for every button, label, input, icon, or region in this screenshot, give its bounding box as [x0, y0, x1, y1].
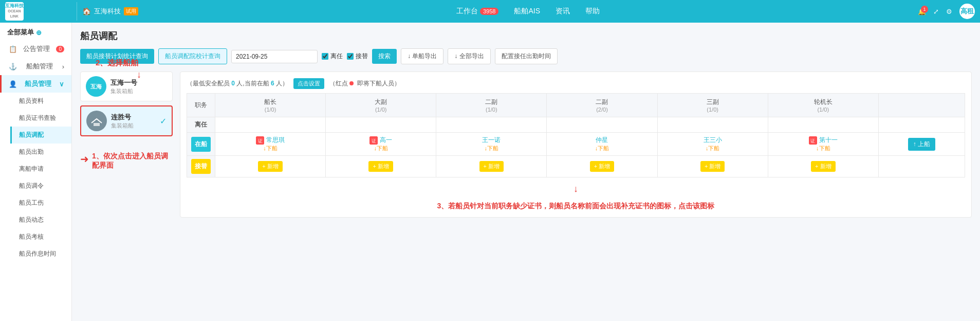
ship-info-0: 互海一号 集装箱船 [110, 78, 167, 95]
sidebar-item-crew-dynamic[interactable]: 船员动态 [10, 211, 71, 228]
cert-icon-chief-mate[interactable]: 证 [369, 136, 378, 145]
notification-bell-icon[interactable]: 🔔1 [918, 8, 926, 15]
cell-onboard-2nd-mate: 王一诺 ↓下船 [436, 133, 547, 156]
nav-ais[interactable]: 船舶AIS [514, 7, 540, 16]
cell-liren-2nd-mate [436, 117, 547, 133]
cell-replace-chief-mate: + 新增 [326, 156, 436, 177]
sidebar-item-crew-order[interactable]: 船员调令 [10, 177, 71, 194]
add-btn-chief-eng[interactable]: + 新增 [811, 161, 835, 172]
nav-workbench[interactable]: 工作台 3958 [456, 7, 498, 16]
action-down-2nd-mate[interactable]: ↓下船 [485, 145, 499, 151]
step2-arrow-down: ↓ [137, 69, 141, 80]
nav-help[interactable]: 帮助 [585, 7, 600, 16]
sidebar-label-crew-schedule: 船员作息时间 [19, 249, 56, 258]
table-row-onboard: 在船 证 常思琪 ↓下船 证 [187, 133, 965, 156]
btn-dispatch-query[interactable]: 船员调配院校计查询 [158, 48, 227, 64]
svg-rect-0 [87, 112, 106, 130]
col-header-action [878, 94, 965, 117]
schedule-info-label: （最低安全配员 [187, 80, 230, 87]
onboard-label: 在船 [191, 137, 211, 152]
ship-selected-check-icon: ✓ [160, 116, 167, 126]
cell-liren-action [878, 117, 965, 133]
sidebar-label-cert-check: 船员证书查验 [19, 114, 56, 122]
cert-icon-captain[interactable]: 证 [256, 136, 264, 145]
sidebar-label-crew-injury: 船员工伤 [19, 199, 44, 207]
nav-news[interactable]: 资讯 [556, 7, 570, 16]
step1-annotation-area: ➜ 1、依次点击进入船员调配界面 [80, 152, 173, 170]
sidebar-item-crew-assess[interactable]: 船员考核 [10, 228, 71, 245]
sidebar-label-crew-mgmt: 船员管理 [25, 79, 51, 88]
sidebar-label-vessel: 船舶管理 [26, 62, 53, 71]
cell-liren-chief-eng [768, 117, 878, 133]
ship-type-1: 集装箱船 [111, 122, 156, 130]
add-btn-2nd-mate-b[interactable]: + 新增 [590, 161, 614, 172]
sidebar-item-crew-schedule[interactable]: 船员作息时间 [10, 245, 71, 262]
board-button[interactable]: ↑ 上船 [908, 138, 935, 151]
nav-news-label: 资讯 [556, 7, 570, 16]
expand-icon[interactable]: ⤢ [933, 8, 939, 15]
checkbox-replace[interactable]: 接替 [347, 52, 368, 61]
sidebar-item-announcement[interactable]: 📋 公告管理 0 [0, 40, 71, 58]
cell-onboard-3rd-mate: 王三小 ↓下船 [657, 133, 768, 156]
col-header-chief-mate: 大副 (1/0) [326, 94, 436, 117]
crew-name-3rd-mate: 王三小 [704, 136, 722, 144]
replace-label: 接替 [191, 159, 211, 174]
col-header-3rd-mate: 三副 (1/0) [657, 94, 768, 117]
announcement-icon: 📋 [9, 45, 17, 53]
sidebar-sub-menu: 船员资料 船员证书查验 船员调配 船员出勤 离船申请 船员调令 船员工伤 船员动… [0, 93, 71, 262]
action-down-chief-mate[interactable]: ↓下船 [374, 145, 388, 151]
ship-item-1[interactable]: 连胜号 集装箱船 ✓ [80, 105, 173, 136]
content-body: 2、选择船舶 ↓ 互海 互海一号 集装箱船 [80, 72, 972, 218]
cell-onboard-chief-eng: 证 第十一 ↓下船 [768, 133, 878, 156]
sidebar-item-vessel[interactable]: ⚓ 船舶管理 › [0, 58, 71, 75]
settings-icon[interactable]: ⚙ [946, 8, 952, 15]
sidebar-item-crew-attendance[interactable]: 船员出勤 [10, 144, 71, 160]
add-btn-chief-mate[interactable]: + 新增 [368, 161, 393, 172]
export-all-button[interactable]: ↓ 全部导出 [448, 48, 490, 64]
leave-checkbox[interactable] [322, 53, 328, 60]
step1-arrow-right-icon: ➜ [80, 153, 89, 165]
date-input[interactable] [231, 50, 318, 63]
col-header-2nd-mate: 二副 (1/0) [436, 94, 547, 117]
breadcrumb: 🏠 互海科技 试用 [82, 7, 138, 16]
sidebar-item-cert-check[interactable]: 船员证书查验 [10, 110, 71, 127]
cell-replace-chief-eng: + 新增 [768, 156, 878, 177]
sidebar-add-icon[interactable]: ⊕ [36, 29, 42, 37]
settings-btn[interactable]: 点击设置 [293, 78, 324, 89]
col-3rd-mate-quota: (1/0) [663, 106, 763, 113]
action-down-3rd-mate[interactable]: ↓下船 [706, 145, 720, 151]
cell-onboard-2nd-mate-b: 仲星 ↓下船 [547, 133, 657, 156]
announcement-badge: 0 [56, 46, 64, 52]
col-header-chief-eng: 轮机长 (1/0) [768, 94, 878, 117]
ship-list-panel: 2、选择船舶 ↓ 互海 互海一号 集装箱船 [80, 72, 173, 218]
cell-onboard-board-btn: ↑ 上船 [878, 133, 965, 156]
add-btn-captain[interactable]: + 新增 [258, 161, 282, 172]
sidebar-item-leave-apply[interactable]: 离船申请 [10, 160, 71, 177]
logo-area: 互海科技OCEAN LINK [5, 2, 77, 21]
sidebar-item-crew-dispatch[interactable]: 船员调配 [10, 127, 71, 144]
sidebar-item-crew-injury[interactable]: 船员工伤 [10, 194, 71, 211]
crew-unit-text: 人） [276, 80, 288, 87]
avatar[interactable]: 高租 [959, 4, 975, 19]
sidebar-label-crew-order: 船员调令 [19, 182, 44, 190]
checkbox-leave[interactable]: 离任 [322, 52, 343, 61]
search-button[interactable]: 搜索 [372, 49, 397, 64]
sidebar-label-crew-data: 船员资料 [19, 97, 44, 105]
add-btn-3rd-mate[interactable]: + 新增 [700, 161, 725, 172]
config-button[interactable]: 配置接任出勤时间 [495, 48, 558, 64]
sidebar-item-crew-mgmt[interactable]: 👤 船员管理 ∨ [0, 75, 71, 93]
action-down-2nd-mate-b[interactable]: ↓下船 [595, 145, 609, 151]
col-header-role: 职务 [187, 94, 215, 117]
replace-checkbox[interactable] [347, 53, 354, 60]
action-down-chief-eng[interactable]: ↓下船 [816, 145, 830, 151]
action-down-captain[interactable]: ↓下船 [263, 145, 278, 151]
add-btn-2nd-mate[interactable]: + 新增 [479, 161, 504, 172]
cert-icon-chief-eng[interactable]: 证 [809, 136, 817, 145]
export-single-button[interactable]: ↓ 单船导出 [401, 48, 443, 64]
row-label-liren: 离任 [187, 117, 215, 133]
sidebar-item-crew-data[interactable]: 船员资料 [10, 93, 71, 110]
home-icon[interactable]: 🏠 [82, 7, 91, 15]
ship-item-0[interactable]: 互海 互海一号 集装箱船 [80, 72, 173, 101]
logo-icon: 互海科技OCEAN LINK [5, 2, 24, 21]
col-2nd-mate-b-label: 二副 [552, 98, 652, 106]
